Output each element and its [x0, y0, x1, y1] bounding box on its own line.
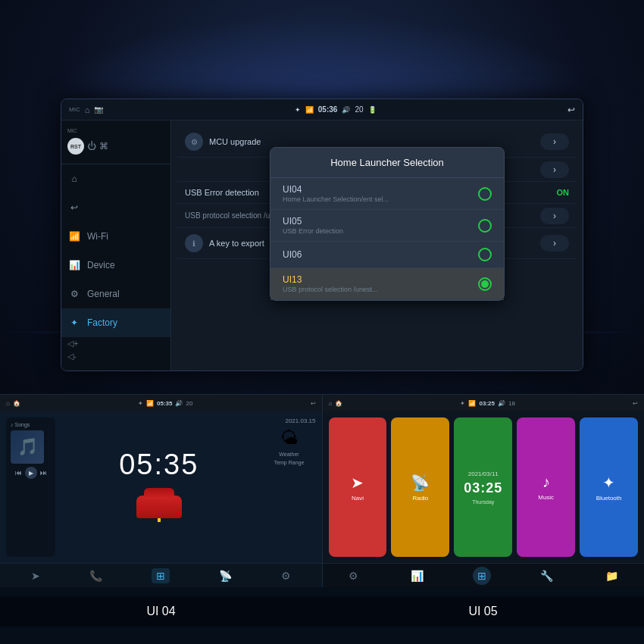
row4-chevron[interactable]: › — [540, 208, 569, 224]
ui13-label: UI13 — [283, 274, 378, 285]
sidebar-item-factory[interactable]: ✦ Factory — [61, 308, 170, 337]
volume-up-icon[interactable]: ◁+ — [61, 337, 170, 350]
ui04-topbar: ⌂ 🏠 ✦ 📶 05:35 🔊 20 ↩ — [0, 395, 322, 411]
ui06-option-text: UI06 — [283, 249, 302, 260]
mcu-row-left: ⚙ MCU upgrade — [185, 133, 261, 151]
ui05-home-icon: ⌂ — [329, 400, 333, 407]
ui06-radio[interactable] — [478, 248, 492, 261]
ui04-main: ♪ Songs 🎵 ⏮ ▶ ⏭ 05 — [0, 411, 322, 563]
app-tile-navi[interactable]: ➤ Navi — [329, 417, 387, 557]
ui04-bt-icon: ✦ — [138, 400, 143, 407]
ui04-nav-grid[interactable]: ⊞ — [152, 568, 170, 583]
row2-chevron[interactable]: › — [540, 161, 569, 178]
dialog-option-ui06[interactable]: UI06 — [270, 242, 504, 268]
home-nav-icon: ⌂ — [67, 172, 81, 186]
ui05-nav-settings[interactable]: ⚙ — [345, 567, 361, 585]
topbar-center: ✦ 📶 05:36 🔊 20 🔋 — [295, 105, 377, 114]
wifi-nav-icon: 📶 — [67, 230, 81, 243]
main-area: ⚙ MCU upgrade › › USB Error detection ON — [171, 120, 583, 370]
usb-error-left: USB Error detection — [185, 188, 259, 197]
dialog-option-ui04[interactable]: UI04 Home Launcher Selection/ent sel... — [270, 178, 504, 210]
ui05-nav-wrench[interactable]: 🔧 — [537, 567, 556, 585]
camera-icon[interactable]: 📷 — [94, 105, 103, 114]
topbar-left: MIC ⌂ 📷 — [69, 105, 103, 114]
mcu-icon: ⚙ — [185, 133, 203, 151]
app-tile-bluetooth[interactable]: ✦ Bluetooth — [580, 417, 638, 557]
prev-icon[interactable]: ⏮ — [15, 469, 22, 477]
ui04-clock-display: 05:35 — [119, 449, 199, 481]
device-label: Device — [87, 260, 115, 270]
wifi-label: Wi-Fi — [87, 231, 108, 242]
mcu-chevron[interactable]: › — [540, 133, 569, 150]
ui05-nav-stats[interactable]: 📊 — [408, 567, 427, 585]
sidebar-item-general[interactable]: ⚙ General — [61, 280, 170, 308]
app-tile-radio[interactable]: 📡 Radio — [391, 417, 449, 557]
dialog-option-ui05[interactable]: UI05 USB Error detection — [270, 210, 504, 242]
ui04-right-panel: 2021.03.15 🌤 Weather Temp Range — [263, 417, 316, 557]
screen-labels-row: UI 04 UI 05 — [0, 596, 644, 627]
ui05-nav-folder[interactable]: 📁 — [602, 567, 621, 585]
ui04-date: 2021.03.15 — [263, 417, 316, 424]
music-label: ♪ Songs — [11, 422, 51, 427]
ui13-option-text: UI13 USB protocol selection /unest... — [283, 274, 378, 293]
export-label: A key to export — [209, 239, 264, 248]
ui05-volume-icon: 🔊 — [498, 400, 505, 407]
radio-label: Radio — [412, 495, 428, 502]
rst-button[interactable]: RST ⏻ ⌘ — [61, 135, 170, 158]
rst-label: RST — [70, 144, 81, 149]
screen-topbar: MIC ⌂ 📷 ✦ 📶 05:36 🔊 20 🔋 ↩ — [61, 99, 583, 120]
ui13-radio[interactable] — [478, 277, 492, 291]
main-screen: MIC ⌂ 📷 ✦ 📶 05:36 🔊 20 🔋 ↩ MIC RST — [61, 98, 583, 371]
user-nav-icon: 👥 — [67, 370, 81, 371]
ui04-screen-label: UI 04 — [0, 596, 322, 627]
ui04-battery: 20 — [186, 400, 192, 407]
ui04-nav-signal[interactable]: 📡 — [219, 570, 232, 582]
ui04-option-text: UI04 Home Launcher Selection/ent sel... — [283, 184, 389, 203]
navi-icon: ➤ — [351, 474, 364, 492]
ui05-screen: ⌂ 🏠 ✦ 📶 03:25 🔊 18 ↩ ➤ — [323, 394, 645, 587]
clock-date: 2021/03/11 — [468, 470, 499, 477]
play-button[interactable]: ▶ — [25, 467, 37, 479]
general-label: General — [87, 289, 120, 299]
ui04-time: 05:35 — [157, 400, 172, 407]
volume-down-icon[interactable]: ◁- — [61, 350, 170, 363]
sidebar-item-user[interactable]: 👥 User — [61, 363, 170, 371]
ui05-radio[interactable] — [478, 219, 492, 233]
ui05-battery: 18 — [508, 400, 515, 407]
ui05-topbar-center: ✦ 📶 03:25 🔊 18 — [460, 400, 514, 407]
ui04-home-icon: ⌂ — [6, 400, 10, 407]
album-art[interactable]: 🎵 — [11, 430, 44, 464]
ui06-label: UI06 — [283, 249, 302, 260]
ui04-content: ♪ Songs 🎵 ⏮ ▶ ⏭ 05 — [0, 411, 322, 587]
usb-error-on-badge: ON — [557, 188, 570, 197]
ui04-house-icon: 🏠 — [13, 400, 20, 407]
app-tile-music[interactable]: ♪ Music — [517, 417, 575, 557]
ui04-radio[interactable] — [478, 187, 492, 201]
sidebar-item-home[interactable]: ⌂ — [61, 164, 170, 193]
ui04-back-icon[interactable]: ↩ — [311, 400, 316, 407]
app-tile-clock[interactable]: 2021/03/11 03:25 Thursday — [454, 417, 512, 557]
ui05-back-icon[interactable]: ↩ — [633, 400, 638, 407]
music-controls: ⏮ ▶ ⏭ — [11, 467, 51, 479]
sidebar-item-wifi[interactable]: 📶 Wi-Fi — [61, 222, 170, 251]
ui04-nav-arrow[interactable]: ➤ — [31, 570, 40, 582]
weather-icon: 🌤 — [263, 427, 316, 449]
ui05-nav-grid[interactable]: ⊞ — [473, 567, 491, 585]
dialog-option-ui13[interactable]: UI13 USB protocol selection /unest... — [270, 268, 504, 300]
export-chevron[interactable]: › — [540, 235, 569, 252]
bluetooth-label: Bluetooth — [596, 495, 622, 502]
sidebar-item-back[interactable]: ↩ — [61, 193, 170, 222]
next-icon[interactable]: ⏭ — [40, 469, 47, 477]
ui05-time: 03:25 — [479, 400, 494, 407]
signal-icon: ⌘ — [99, 141, 108, 152]
dialog-title: Home Launcher Selection — [270, 148, 504, 178]
ui04-nav-settings[interactable]: ⚙ — [281, 570, 291, 582]
sidebar: MIC RST ⏻ ⌘ ⌂ ↩ — [61, 120, 171, 370]
back-button[interactable]: ↩ — [567, 105, 575, 115]
home-icon[interactable]: ⌂ — [85, 105, 90, 114]
ui04-nav-phone[interactable]: 📞 — [89, 570, 102, 582]
music-tile-icon: ♪ — [542, 474, 550, 491]
sidebar-item-device[interactable]: 📊 Device — [61, 251, 170, 280]
album-note-icon: 🎵 — [17, 437, 38, 457]
ui05-apps-grid: ➤ Navi 📡 Radio 2021/03/11 03:25 Thursday — [323, 411, 645, 563]
